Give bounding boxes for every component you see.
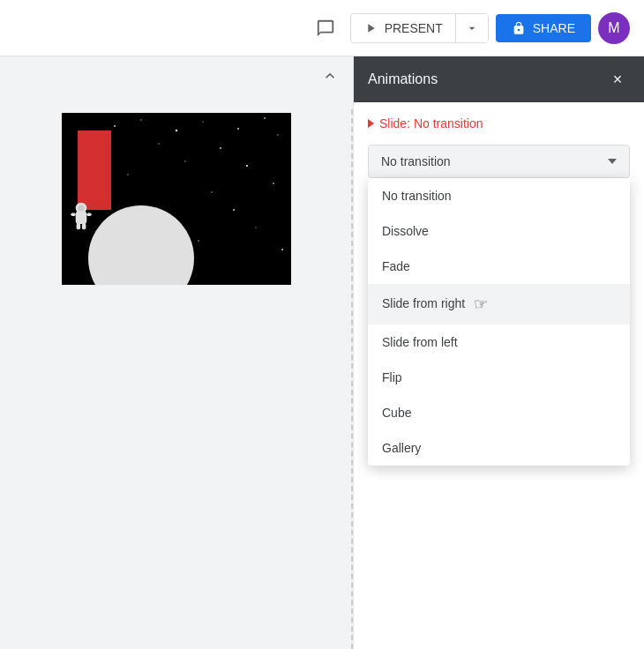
- svg-point-3: [202, 121, 203, 122]
- svg-point-8: [220, 147, 221, 149]
- svg-point-13: [211, 191, 213, 193]
- present-dropdown-button[interactable]: [455, 14, 488, 42]
- panel-title: Animations: [368, 71, 438, 87]
- dropdown-item-no-transition[interactable]: No transition: [368, 178, 630, 213]
- panel-header: Animations ×: [354, 56, 644, 102]
- comment-button[interactable]: [308, 11, 343, 46]
- slide-panel: [0, 56, 353, 649]
- dropdown-item-cube[interactable]: Cube: [368, 395, 630, 430]
- main-area: Animations × Slide: No transition No tra…: [0, 56, 644, 649]
- avatar-letter: M: [608, 20, 619, 36]
- dropdown-item-label: Fade: [382, 259, 410, 273]
- astronaut-figure: [69, 200, 94, 232]
- dropdown-item-label: Dissolve: [382, 224, 429, 238]
- svg-point-9: [184, 160, 186, 162]
- svg-point-0: [114, 125, 116, 127]
- svg-point-12: [273, 183, 274, 184]
- red-rectangle: [78, 131, 111, 210]
- dropdown-item-slide-from-left[interactable]: Slide from left: [368, 324, 630, 360]
- panel-close-button[interactable]: ×: [605, 67, 630, 92]
- svg-point-14: [233, 209, 235, 211]
- triangle-icon: [368, 119, 374, 128]
- cursor-pointer-icon: ☞: [474, 295, 488, 314]
- present-label: PRESENT: [385, 21, 443, 35]
- svg-point-16: [198, 240, 199, 242]
- toolbar: PRESENT SHARE M: [0, 0, 644, 56]
- svg-point-17: [281, 249, 283, 250]
- dropdown-menu: No transition Dissolve Fade Slide from r…: [368, 178, 630, 466]
- dropdown-item-flip[interactable]: Flip: [368, 360, 630, 395]
- present-main-button[interactable]: PRESENT: [351, 14, 455, 42]
- svg-point-6: [277, 134, 279, 136]
- svg-rect-24: [82, 223, 86, 229]
- dropdown-trigger[interactable]: No transition: [368, 145, 630, 178]
- svg-rect-22: [86, 213, 91, 216]
- slide-background: [62, 113, 291, 285]
- dropdown-item-label: No transition: [382, 189, 452, 203]
- close-icon: ×: [613, 71, 623, 89]
- dropdown-arrow-icon: [608, 159, 617, 164]
- dropdown-item-label: Flip: [382, 370, 402, 384]
- svg-point-5: [264, 117, 266, 119]
- dropdown-item-label: Cube: [382, 406, 411, 420]
- collapse-icon: [321, 67, 339, 85]
- play-icon: [363, 21, 378, 35]
- share-label: SHARE: [533, 21, 575, 35]
- slide-transition-header: Slide: No transition: [368, 116, 630, 131]
- chevron-down-icon: [465, 21, 479, 35]
- dropdown-item-label: Slide from right: [382, 296, 465, 310]
- slide-panel-header: [0, 56, 353, 95]
- animations-panel: Animations × Slide: No transition No tra…: [353, 56, 644, 649]
- svg-point-2: [176, 130, 177, 131]
- dropdown-item-gallery[interactable]: Gallery: [368, 430, 630, 466]
- svg-rect-21: [71, 213, 75, 216]
- share-button[interactable]: SHARE: [496, 14, 591, 42]
- slide-thumbnail: [62, 113, 291, 285]
- collapse-button[interactable]: [318, 63, 342, 88]
- svg-point-7: [158, 143, 159, 144]
- svg-rect-23: [77, 223, 81, 229]
- svg-point-1: [140, 119, 142, 121]
- dropdown-selected-value: No transition: [381, 154, 451, 168]
- svg-point-11: [127, 174, 128, 175]
- dropdown-container: No transition No transition Dissolve Fad…: [368, 145, 630, 178]
- present-button-group: PRESENT: [350, 13, 489, 43]
- dropdown-item-fade[interactable]: Fade: [368, 249, 630, 284]
- svg-point-4: [237, 128, 239, 130]
- lock-icon: [512, 21, 526, 35]
- dropdown-item-label: Slide from left: [382, 335, 458, 349]
- svg-point-10: [246, 165, 248, 167]
- comment-icon: [316, 19, 335, 38]
- svg-point-15: [255, 227, 256, 228]
- dropdown-item-dissolve[interactable]: Dissolve: [368, 213, 630, 249]
- dropdown-item-label: Gallery: [382, 441, 421, 455]
- svg-point-20: [78, 205, 84, 211]
- slide-transition-label: Slide: No transition: [379, 116, 483, 131]
- avatar[interactable]: M: [598, 12, 630, 44]
- dropdown-item-slide-from-right[interactable]: Slide from right ☞: [368, 284, 630, 324]
- panel-body: Slide: No transition No transition No tr…: [354, 102, 644, 178]
